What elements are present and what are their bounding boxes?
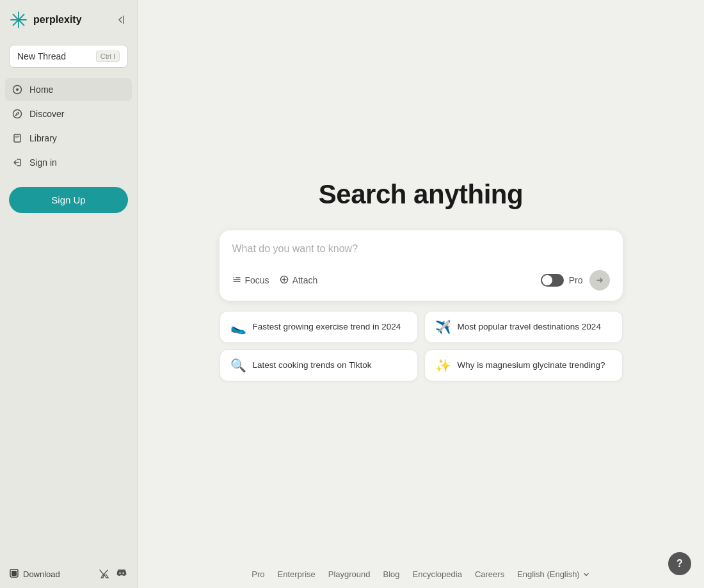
search-tools-left: Focus Attach: [232, 275, 318, 286]
search-input[interactable]: [232, 243, 610, 255]
cooking-emoji: 🔍: [230, 358, 246, 373]
sidebar-item-home-label: Home: [29, 84, 53, 95]
svg-point-8: [13, 110, 22, 118]
sidebar-item-discover[interactable]: Discover: [5, 102, 132, 125]
sidebar-item-signin[interactable]: Sign in: [5, 151, 132, 174]
footer-playground-link[interactable]: Playground: [328, 569, 371, 579]
search-section: Search anything Focus: [138, 0, 704, 560]
bookmark-icon: [12, 132, 23, 144]
svg-rect-11: [12, 571, 17, 576]
sidebar-item-library[interactable]: Library: [5, 127, 132, 150]
download-link[interactable]: Download: [9, 568, 60, 580]
suggestion-magnesium[interactable]: ✨ Why is magnesium glycinate trending?: [424, 349, 623, 381]
help-button[interactable]: ?: [668, 552, 691, 575]
main-footer: Pro Enterprise Playground Blog Encyclope…: [138, 560, 704, 588]
search-toolbar: Focus Attach: [232, 270, 610, 290]
pro-toggle: Pro: [541, 274, 583, 287]
exercise-text: Fastest growing exercise trend in 2024: [253, 321, 401, 333]
compass-icon: [12, 108, 23, 120]
cooking-text: Latest cooking trends on Tiktok: [253, 360, 372, 371]
collapse-sidebar-button[interactable]: [113, 12, 128, 28]
suggestion-travel[interactable]: ✈️ Most popular travel destinations 2024: [424, 311, 623, 343]
sidebar: perplexity New Thread Ctrl I Home: [0, 0, 138, 588]
travel-emoji: ✈️: [435, 319, 451, 335]
sidebar-header: perplexity: [0, 0, 137, 40]
exercise-emoji: 🥿: [230, 319, 246, 335]
main-content: Search anything Focus: [138, 0, 704, 588]
signin-icon: [12, 157, 23, 168]
twitter-x-icon[interactable]: [97, 568, 110, 580]
sidebar-item-library-label: Library: [29, 133, 57, 143]
magnesium-emoji: ✨: [435, 358, 451, 373]
new-thread-shortcut: Ctrl I: [96, 51, 120, 62]
focus-button[interactable]: Focus: [232, 275, 269, 286]
footer-careers-link[interactable]: Careers: [475, 569, 504, 579]
discord-icon[interactable]: [115, 568, 128, 580]
attach-button[interactable]: Attach: [280, 275, 318, 286]
search-submit-button[interactable]: [589, 270, 610, 290]
search-tools-right: Pro: [541, 270, 610, 290]
magnesium-text: Why is magnesium glycinate trending?: [458, 360, 605, 371]
new-thread-button[interactable]: New Thread Ctrl I: [9, 45, 128, 68]
pro-label: Pro: [569, 275, 583, 285]
sidebar-item-home[interactable]: Home: [5, 78, 132, 101]
svg-point-7: [16, 88, 19, 91]
sidebar-item-discover-label: Discover: [29, 109, 64, 119]
footer-language-selector[interactable]: English (English): [517, 569, 590, 579]
suggestion-exercise[interactable]: 🥿 Fastest growing exercise trend in 2024: [220, 311, 418, 343]
home-icon: [12, 84, 23, 95]
footer-encyclopedia-link[interactable]: Encyclopedia: [413, 569, 462, 579]
suggestions-grid: 🥿 Fastest growing exercise trend in 2024…: [220, 311, 623, 381]
footer-enterprise-link[interactable]: Enterprise: [278, 569, 316, 579]
logo: perplexity: [9, 10, 82, 29]
sidebar-nav: Home Discover Library: [0, 73, 137, 179]
search-box: Focus Attach: [220, 230, 623, 301]
social-icons: [97, 568, 128, 580]
sign-up-button[interactable]: Sign Up: [9, 187, 128, 213]
sidebar-bottom: Download: [0, 560, 137, 588]
suggestion-cooking[interactable]: 🔍 Latest cooking trends on Tiktok: [220, 349, 418, 381]
search-title: Search anything: [319, 179, 523, 210]
travel-text: Most popular travel destinations 2024: [458, 321, 601, 333]
attach-icon: [280, 275, 289, 286]
focus-icon: [232, 275, 241, 286]
logo-text: perplexity: [33, 14, 82, 26]
download-icon: [9, 568, 19, 580]
sidebar-item-signin-label: Sign in: [29, 157, 57, 168]
perplexity-logo-icon: [9, 10, 28, 29]
pro-toggle-switch[interactable]: [541, 274, 564, 287]
chevron-down-icon: [582, 571, 590, 578]
footer-pro-link[interactable]: Pro: [252, 569, 264, 579]
footer-blog-link[interactable]: Blog: [383, 569, 400, 579]
